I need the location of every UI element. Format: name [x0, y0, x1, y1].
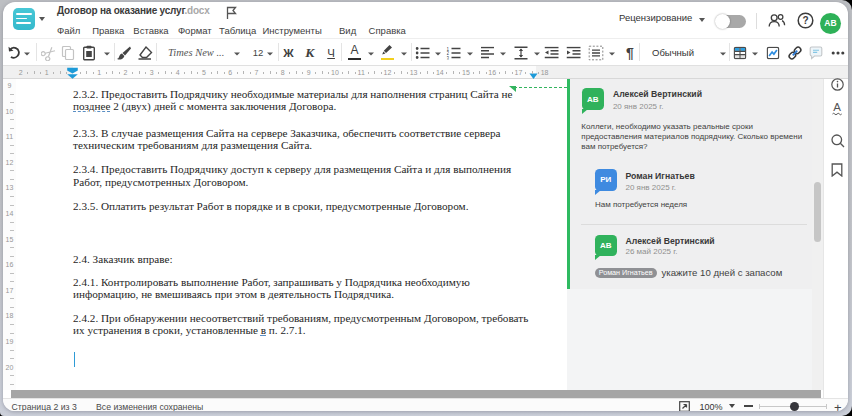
svg-text:?: ? — [802, 15, 808, 26]
svg-text:А: А — [833, 101, 841, 113]
svg-text:3: 3 — [447, 55, 450, 59]
